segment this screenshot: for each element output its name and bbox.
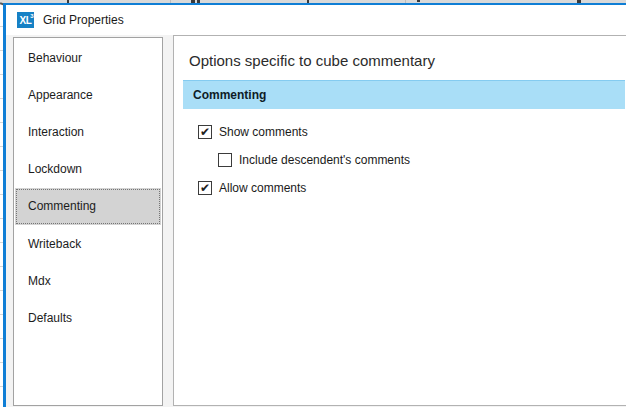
sidebar-item-writeback[interactable]: Writeback	[14, 225, 162, 262]
options-group: ✔ Show comments Include descendent's com…	[198, 124, 410, 208]
section-header-label: Commenting	[193, 88, 266, 102]
background-toolbar-fragment	[417, 0, 420, 2]
dialog-body: Behaviour Appearance Interaction Lockdow…	[6, 35, 626, 407]
commenting-section-header: Commenting	[183, 80, 625, 109]
show-comments-label: Show comments	[219, 125, 308, 139]
dialog-titlebar[interactable]: XL 3 Grid Properties	[6, 5, 626, 35]
sidebar-item-interaction[interactable]: Interaction	[14, 113, 162, 150]
allow-comments-checkbox[interactable]: ✔	[198, 181, 212, 195]
show-comments-checkbox[interactable]: ✔	[198, 125, 212, 139]
panel-heading: Options specific to cube commentary	[189, 52, 435, 69]
options-panel: Options specific to cube commentary Comm…	[173, 35, 626, 406]
sidebar-item-appearance[interactable]: Appearance	[14, 76, 162, 113]
sidebar-item-defaults[interactable]: Defaults	[14, 299, 162, 336]
allow-comments-label: Allow comments	[219, 181, 306, 195]
xlcubed-app-icon: XL 3	[17, 12, 34, 28]
grid-properties-dialog: XL 3 Grid Properties Behaviour Appearanc…	[3, 3, 626, 407]
sidebar-item-lockdown[interactable]: Lockdown	[14, 151, 162, 188]
option-row-include-descendents: Include descendent's comments	[218, 152, 410, 167]
sidebar-item-commenting[interactable]: Commenting	[15, 188, 161, 225]
app-icon-superscript: 3	[30, 13, 33, 19]
option-row-allow-comments: ✔ Allow comments	[198, 180, 410, 195]
sidebar-item-behaviour[interactable]: Behaviour	[14, 39, 162, 76]
option-row-show-comments: ✔ Show comments	[198, 124, 410, 139]
include-descendents-checkbox[interactable]	[218, 153, 232, 167]
category-list: Behaviour Appearance Interaction Lockdow…	[13, 37, 163, 406]
include-descendents-label: Include descendent's comments	[239, 153, 410, 167]
window-title: Grid Properties	[43, 13, 124, 27]
sidebar-item-mdx[interactable]: Mdx	[14, 262, 162, 299]
